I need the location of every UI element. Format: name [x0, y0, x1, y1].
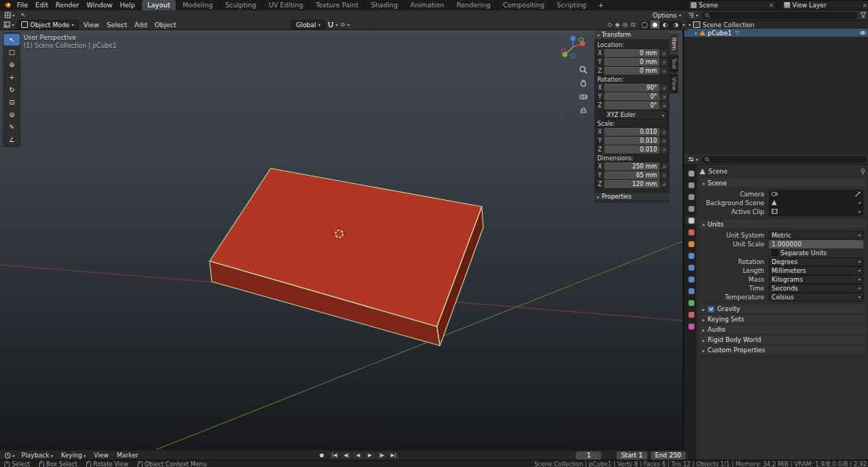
units-field[interactable]: Metric ▾ — [769, 231, 864, 240]
editor-type-dropdown[interactable]: ▾ — [686, 156, 700, 163]
viewport-toggle-icon[interactable]: ◇ — [607, 21, 613, 28]
viewport-menu-item[interactable]: Select — [103, 21, 131, 29]
tool-button[interactable]: ✎ — [4, 121, 20, 133]
tool-button[interactable]: ↖ — [4, 34, 20, 46]
snap-settings-dropdown[interactable]: ▾ — [336, 22, 338, 27]
start-frame-field[interactable]: Start1 — [616, 452, 647, 460]
units-panel-header[interactable]: ▾ Units — [700, 220, 866, 229]
units-field[interactable]: Degrees ▾ — [769, 257, 864, 266]
tool-button[interactable]: ⊡ — [4, 96, 20, 108]
camera-field[interactable] — [769, 190, 864, 199]
shading-mode-button[interactable]: ◯ — [640, 21, 650, 29]
number-field[interactable]: 0.010 — [604, 146, 660, 154]
properties-search-input[interactable] — [713, 156, 864, 163]
n-panel-tab[interactable]: Item — [669, 34, 678, 54]
auto-keying-button[interactable]: ● — [317, 452, 326, 458]
tool-button[interactable]: ∠ — [4, 134, 20, 146]
navigation-gizmo[interactable] — [558, 32, 588, 62]
animate-property-icon[interactable] — [661, 68, 667, 74]
properties-tab[interactable] — [686, 168, 697, 178]
outliner-search[interactable] — [702, 12, 858, 19]
properties-tab[interactable] — [686, 251, 697, 260]
properties-tab[interactable] — [686, 321, 697, 331]
collapsed-panel-header[interactable]: ▸ Rigid Body World — [700, 335, 866, 344]
animate-property-icon[interactable] — [661, 181, 667, 188]
zoom-icon[interactable] — [578, 65, 588, 75]
remove-view-layer-button[interactable]: × — [862, 2, 867, 9]
animate-property-icon[interactable] — [661, 172, 667, 179]
number-field[interactable]: 0° — [604, 101, 660, 110]
workspace-tab[interactable]: Scripting — [551, 0, 593, 10]
units-field[interactable]: Separate Units — [769, 249, 864, 257]
filter-icon[interactable] — [860, 12, 867, 18]
shading-mode-button[interactable]: ◑ — [671, 21, 681, 29]
marker-menu[interactable]: Marker — [114, 452, 141, 459]
properties-tab[interactable] — [686, 310, 697, 319]
tool-button[interactable]: □ — [4, 46, 20, 58]
menu-item[interactable]: Render — [52, 1, 83, 9]
viewport-toggle-icon[interactable]: ◈ — [614, 21, 620, 28]
editor-type-dropdown[interactable]: ▾ — [3, 452, 16, 459]
editor-type-dropdown[interactable]: ▾ — [2, 21, 15, 28]
workspace-tab[interactable]: Compositing — [497, 0, 551, 10]
animate-property-icon[interactable] — [661, 138, 667, 144]
workspace-tab[interactable]: Sculpting — [219, 0, 263, 10]
units-field[interactable]: 1.000000 — [769, 240, 864, 249]
properties-tab[interactable] — [686, 263, 697, 272]
move-view-icon[interactable] — [578, 78, 588, 88]
properties-tab[interactable] — [686, 192, 697, 202]
viewport-menu-item[interactable]: View — [80, 21, 103, 29]
editor-type-dropdown[interactable]: ▾ — [3, 12, 16, 18]
number-field[interactable]: 0 mm — [604, 67, 660, 75]
units-field[interactable]: Celsius ▾ — [769, 293, 864, 302]
number-field[interactable]: 0.010 — [604, 137, 660, 145]
collapsed-panel-header[interactable]: ▸ Audio — [700, 325, 866, 334]
properties-tab[interactable] — [686, 180, 697, 190]
workspace-tab[interactable]: Shading — [365, 0, 405, 10]
properties-tab[interactable] — [686, 298, 697, 307]
active-clip-field[interactable]: ▾ — [769, 207, 864, 216]
transport-button[interactable]: |▶ — [376, 452, 388, 460]
playback-menu[interactable]: Playback▾ — [18, 452, 56, 459]
transform-panel-header[interactable]: ▾ Transform — [594, 31, 669, 39]
number-field[interactable]: 65 mm — [604, 171, 660, 179]
active-tool-icon[interactable]: ↖ — [19, 12, 27, 19]
properties-tab[interactable] — [686, 239, 697, 249]
properties-search[interactable] — [702, 156, 867, 163]
animate-property-icon[interactable] — [661, 50, 667, 57]
viewport-toggle-icon[interactable]: ⊡ — [630, 21, 636, 28]
scene-panel-header[interactable]: ▾ Scene — [700, 179, 866, 188]
number-field[interactable]: 0 mm — [604, 49, 660, 57]
number-field[interactable]: 0 mm — [604, 58, 660, 66]
workspace-tab[interactable]: Texture Paint — [310, 0, 365, 10]
menu-item[interactable]: Window — [83, 1, 117, 9]
separate-units-checkbox[interactable] — [772, 249, 778, 256]
tool-button[interactable]: ⊚ — [4, 109, 20, 121]
viewport-menu-item[interactable]: Object — [151, 21, 179, 29]
mode-dropdown[interactable]: Object Mode ▾ — [17, 20, 79, 29]
number-field[interactable]: 0.010 — [604, 128, 660, 136]
animate-property-icon[interactable] — [661, 85, 667, 91]
workspace-tab[interactable]: UV Editing — [263, 0, 310, 10]
shading-dropdown[interactable]: ▾ — [683, 22, 685, 27]
animate-property-icon[interactable] — [661, 163, 667, 170]
eye-icon[interactable] — [859, 30, 867, 35]
n-panel-tab[interactable]: Tool — [669, 54, 678, 73]
transport-button[interactable]: ◀| — [341, 452, 352, 460]
transport-button[interactable]: ◀ — [352, 452, 364, 460]
tool-button[interactable]: + — [4, 71, 20, 83]
tool-button[interactable]: ⊕ — [4, 59, 20, 71]
viewport-toggle-icon[interactable]: ◎ — [622, 21, 628, 28]
eyedropper-icon[interactable] — [855, 191, 861, 197]
properties-tab[interactable] — [686, 227, 697, 237]
pin-icon[interactable] — [860, 168, 866, 175]
transport-button[interactable]: ▶| — [388, 452, 399, 460]
current-frame-field[interactable]: 1 — [576, 452, 601, 460]
number-field[interactable]: 120 mm — [604, 180, 660, 188]
number-field[interactable]: 90° — [604, 84, 660, 92]
add-workspace-button[interactable]: + — [595, 1, 607, 9]
number-field[interactable]: 250 mm — [604, 163, 660, 171]
transport-button[interactable]: ▶ — [364, 452, 376, 460]
workspace-tab[interactable]: Modeling — [177, 0, 219, 10]
outliner-row-pcube1[interactable]: ▸ pCube1 ▽ — [684, 29, 868, 37]
